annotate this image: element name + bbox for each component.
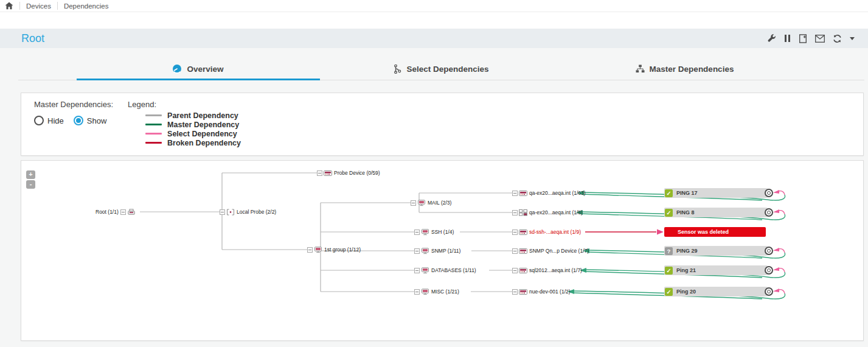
node-label[interactable]: DATABASES (1/11) <box>431 267 476 273</box>
group-icon <box>421 267 429 274</box>
collapse-toggle[interactable] <box>411 200 416 206</box>
node-label[interactable]: sd-ssh-...aeqa.int (1/9) <box>529 229 581 235</box>
page-title: Root <box>21 32 44 45</box>
breadcrumb-item-devices[interactable]: Devices <box>26 2 51 10</box>
titlebar-actions <box>767 34 855 43</box>
group-icon <box>417 200 426 206</box>
sensor-bar-ping29[interactable]: ? PING 29 <box>664 246 768 256</box>
legend-item-select: Select Dependency <box>145 129 241 138</box>
dependency-graph-panel: + - Root (1/1) Local Probe (2/2) Probe D… <box>21 160 864 341</box>
gauge-icon <box>172 64 182 74</box>
zoom-out-button[interactable]: - <box>26 180 35 189</box>
zoom-in-button[interactable]: + <box>26 170 35 179</box>
select-dependency-swatch <box>145 133 162 135</box>
title-bar: Root <box>0 29 868 48</box>
radio-hide-circle[interactable] <box>34 116 44 125</box>
node-label[interactable]: qa-ex20...aeqa.int (1/63) <box>529 190 586 196</box>
node-probe-device[interactable]: Probe Device (0/59) <box>317 169 380 177</box>
node-local-probe[interactable]: Local Probe (2/2) <box>220 208 276 216</box>
collapse-toggle[interactable] <box>512 230 518 235</box>
node-label[interactable]: SSH (1/4) <box>431 229 454 235</box>
node-label[interactable]: Probe Device (0/59) <box>334 170 380 176</box>
node-device-qa-ex20-63[interactable]: qa-ex20...aeqa.int (1/63) <box>512 189 586 197</box>
node-label[interactable]: Local Probe (2/2) <box>237 209 276 215</box>
collapse-toggle[interactable] <box>220 209 225 215</box>
node-label[interactable]: SNMP Qn...p Device (1/7) <box>529 248 589 254</box>
node-device-nue-dev[interactable]: nue-dev-001 (1/2) <box>512 288 571 295</box>
node-label[interactable]: 1st group (1/12) <box>324 247 361 253</box>
node-device-sd-ssh[interactable]: sd-ssh-...aeqa.int (1/9) <box>512 228 581 236</box>
collapse-toggle[interactable] <box>512 191 518 196</box>
tab-select-dependencies[interactable]: Select Dependencies <box>320 58 563 80</box>
spacer <box>0 12 868 29</box>
radio-hide[interactable]: Hide <box>34 116 64 125</box>
node-device-sql2012[interactable]: sql2012...aeqa.int (1/7) <box>512 267 582 274</box>
tab-label: Select Dependencies <box>406 65 488 74</box>
node-snmp-group[interactable]: SNMP (1/11) <box>414 247 460 254</box>
collapse-toggle[interactable] <box>512 289 518 295</box>
node-mail-group[interactable]: MAIL (2/3) <box>411 199 451 206</box>
group-icon <box>314 247 322 253</box>
dependency-target-icon[interactable] <box>765 247 773 255</box>
parent-dependency-swatch <box>145 114 162 116</box>
node-label[interactable]: Root (1/1) <box>95 209 119 215</box>
node-device-snmp[interactable]: SNMP Qn...p Device (1/7) <box>512 247 589 254</box>
collapse-toggle[interactable] <box>414 289 420 295</box>
sensor-bar-ping20[interactable]: ✓ Ping 20 <box>664 287 768 296</box>
node-label[interactable]: nue-dev-001 (1/2) <box>529 289 571 295</box>
collapse-toggle[interactable] <box>307 247 313 253</box>
collapse-toggle[interactable] <box>120 209 126 215</box>
collapse-toggle[interactable] <box>512 248 518 254</box>
device-icon <box>519 248 527 254</box>
dependency-target-icon[interactable] <box>765 208 773 217</box>
node-root[interactable]: Root (1/1) <box>95 208 137 216</box>
menu-caret-icon[interactable] <box>850 37 855 40</box>
add-report-icon[interactable] <box>799 34 807 43</box>
group-icon <box>421 229 429 236</box>
node-label[interactable]: sql2012...aeqa.int (1/7) <box>529 267 582 273</box>
cluster-icon <box>519 209 527 216</box>
radio-show-label: Show <box>87 116 107 125</box>
breadcrumb-item-dependencies[interactable]: Dependencies <box>64 2 109 10</box>
node-first-group[interactable]: 1st group (1/12) <box>307 246 361 253</box>
collapse-toggle[interactable] <box>414 230 420 235</box>
sensor-bar-ping21[interactable]: ✓ Ping 21 <box>664 265 768 275</box>
pause-icon[interactable] <box>784 34 791 43</box>
node-label[interactable]: SNMP (1/11) <box>431 248 460 254</box>
collapse-toggle[interactable] <box>512 210 518 216</box>
node-databases-group[interactable]: DATABASES (1/11) <box>414 267 476 274</box>
node-label[interactable]: MISC (1/21) <box>431 289 459 295</box>
collapse-toggle[interactable] <box>512 268 518 273</box>
collapse-toggle[interactable] <box>317 170 322 176</box>
breadcrumb-separator <box>19 2 20 10</box>
tab-master-dependencies[interactable]: Master Dependencies <box>563 58 807 80</box>
email-icon[interactable] <box>815 35 825 43</box>
sensor-bar-ping8[interactable]: ✓ PING 8 <box>664 208 768 217</box>
legend-item-parent: Parent Dependency <box>145 111 241 120</box>
radio-hide-label: Hide <box>47 116 64 125</box>
tab-overview[interactable]: Overview <box>77 58 320 80</box>
radio-show[interactable]: Show <box>74 116 107 125</box>
dependency-target-icon[interactable] <box>765 189 773 197</box>
dependency-target-icon[interactable] <box>765 266 773 275</box>
node-ssh-group[interactable]: SSH (1/4) <box>414 228 454 236</box>
node-misc-group[interactable]: MISC (1/21) <box>414 288 459 295</box>
options-panel: Master Dependencies: Hide Show Legend: P… <box>21 93 864 156</box>
collapse-toggle[interactable] <box>414 248 420 254</box>
dependency-target-icon[interactable] <box>765 287 773 296</box>
node-label[interactable]: MAIL (2/3) <box>428 200 451 206</box>
collapse-toggle[interactable] <box>414 268 420 273</box>
node-label[interactable]: qa-ex20...aeqa.int (1/8) <box>529 209 583 216</box>
wrench-icon[interactable] <box>767 34 776 43</box>
breadcrumb-separator <box>57 2 58 10</box>
deleted-sensor-label: Sensor was deleted <box>678 229 729 235</box>
node-device-qa-ex20-8[interactable]: qa-ex20...aeqa.int (1/8) <box>512 209 583 216</box>
root-group-icon <box>127 209 136 216</box>
master-dependencies-control: Master Dependencies: Hide Show <box>34 100 113 155</box>
radio-show-circle[interactable] <box>74 116 83 125</box>
home-icon[interactable] <box>5 2 13 10</box>
device-icon <box>519 190 527 197</box>
refresh-icon[interactable] <box>833 34 842 43</box>
sitemap-icon <box>636 65 645 73</box>
sensor-bar-ping17[interactable]: ✓ PING 17 <box>664 188 768 198</box>
